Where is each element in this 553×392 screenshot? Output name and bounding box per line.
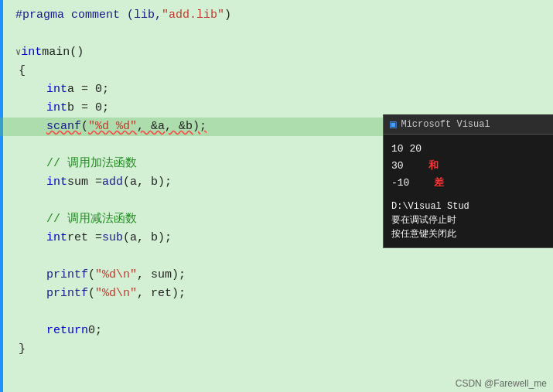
scanf-rest: , &a, &b); xyxy=(137,118,207,135)
fn-sub: sub xyxy=(102,230,123,247)
return-val: 0; xyxy=(88,322,102,339)
comment-sub: // 调用减法函数 xyxy=(46,211,137,228)
code-line-18: return 0; xyxy=(0,322,553,340)
code-line-19: } xyxy=(0,340,553,359)
code-line-17 xyxy=(0,303,553,322)
printf2-fmt: "%d\n" xyxy=(95,285,137,302)
console-body: 10 20 30 和 -10 差 D:\Visual Stud 要在调试停止时 … xyxy=(384,135,553,247)
code-line-1: #pragma comment (lib, "add.lib") xyxy=(0,6,553,25)
fn-printf-1: printf xyxy=(46,267,88,284)
printf2-open: ( xyxy=(88,285,95,302)
console-popup: ▣ Microsoft Visual 10 20 30 和 -10 差 D:\V… xyxy=(383,114,553,248)
main-fn: main() xyxy=(42,44,84,61)
kw-int-a: int xyxy=(46,81,67,98)
watermark: CSDN @Farewell_me xyxy=(456,378,547,389)
sub-args: (a, b); xyxy=(123,230,172,247)
console-desc-2: 要在调试停止时 xyxy=(391,213,545,227)
code-line-3: ∨ int main() xyxy=(0,43,553,62)
var-b: b = 0; xyxy=(67,100,109,117)
kw-int-main: int xyxy=(21,44,42,61)
kw-return: return xyxy=(46,322,88,339)
comment-add: // 调用加法函数 xyxy=(46,155,137,172)
code-line-4: { xyxy=(0,62,553,80)
code-line-2 xyxy=(0,25,553,43)
printf1-fmt: "%d\n" xyxy=(95,267,137,284)
console-desc-3: 按任意键关闭此 xyxy=(391,227,545,241)
kw-int-ret: int xyxy=(46,230,67,247)
console-titlebar: ▣ Microsoft Visual xyxy=(384,114,553,135)
console-val-1: 10 20 xyxy=(391,141,422,158)
code-line-14 xyxy=(0,247,553,266)
console-output-2: 30 和 xyxy=(391,158,545,175)
console-output-3: -10 差 xyxy=(391,175,545,192)
pragma-close: ) xyxy=(224,7,231,24)
kw-int-sum: int xyxy=(46,174,67,191)
console-desc-1: D:\Visual Stud xyxy=(391,199,545,213)
collapse-arrow[interactable]: ∨ xyxy=(15,44,21,61)
console-label-2: 和 xyxy=(428,158,439,175)
console-label-3: 差 xyxy=(434,175,444,192)
console-desc: D:\Visual Stud 要在调试停止时 按任意键关闭此 xyxy=(391,199,545,241)
console-val-3: -10 xyxy=(391,175,409,192)
kw-int-b: int xyxy=(46,100,67,117)
pragma-keyword: #pragma comment (lib, xyxy=(15,7,162,24)
pragma-string: "add.lib" xyxy=(162,7,224,24)
var-sum: sum = xyxy=(67,174,102,191)
var-ret: ret = xyxy=(67,230,102,247)
fn-add: add xyxy=(102,174,123,191)
console-val-2: 30 xyxy=(391,158,404,175)
fn-scanf: scanf xyxy=(46,118,81,135)
console-output-1: 10 20 xyxy=(391,141,545,158)
code-line-5: int a = 0; xyxy=(0,80,553,99)
add-args: (a, b); xyxy=(123,174,172,191)
close-brace: } xyxy=(19,341,26,358)
fn-printf-2: printf xyxy=(46,285,88,302)
scanf-args: ( xyxy=(81,118,88,135)
scanf-fmt: "%d %d" xyxy=(88,118,137,135)
code-line-16: printf("%d\n", ret); xyxy=(0,285,553,303)
printf1-open: ( xyxy=(88,267,95,284)
code-line-15: printf("%d\n", sum); xyxy=(0,266,553,285)
open-brace: { xyxy=(19,63,26,80)
console-icon: ▣ xyxy=(390,118,396,131)
console-title: Microsoft Visual xyxy=(401,119,490,130)
code-editor: #pragma comment (lib, "add.lib") ∨ int m… xyxy=(0,0,553,392)
printf1-args: , sum); xyxy=(137,267,186,284)
var-a: a = 0; xyxy=(67,81,109,98)
printf2-args: , ret); xyxy=(137,285,186,302)
